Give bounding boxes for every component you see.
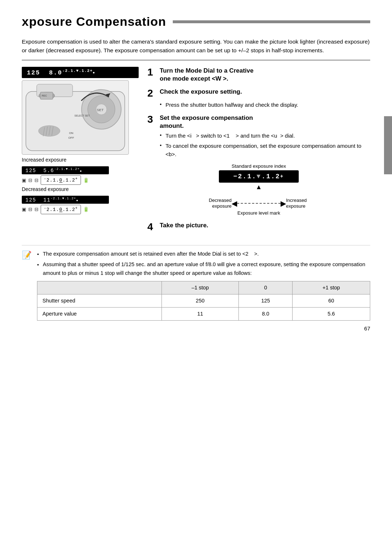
panel-icon-3: ⊟	[34, 178, 38, 183]
step-2-number: 2	[147, 88, 158, 99]
table-row-aperture: Aperture value 11 8.0 5.6	[37, 308, 370, 321]
increased-exposure-label: Increased exposure	[22, 157, 139, 163]
panel-icon-2: ⊟	[28, 178, 32, 183]
step-2: 2 Check the exposure setting. Press the …	[147, 88, 370, 109]
exposure-table: –1 stop 0 +1 stop Shutter speed 250 125 …	[37, 281, 370, 321]
step-3-item-1: Turn the <i > switch to <1 > and turn th…	[160, 131, 370, 140]
svg-text:OFF: OFF	[68, 136, 74, 139]
arrow-line: ◀ ▶	[232, 199, 286, 208]
step-4-header: 4 Take the picture.	[147, 221, 370, 233]
step-3-number: 3	[147, 114, 158, 125]
step-1: 1 Turn the Mode Dial to a Creativeone mo…	[147, 67, 370, 83]
table-cell-aperture-label: Aperture value	[37, 308, 162, 321]
table-cell-aperture-plus1: 5.6	[293, 308, 370, 321]
panel-increased: ▣ ⊟ ⊟ -2.1.0.1.2+ 🔋	[22, 175, 139, 184]
step-4: 4 Take the picture.	[147, 221, 370, 233]
svg-text:SELECT SET: SELECT SET	[74, 114, 90, 117]
battery-icon-2: 🔋	[83, 207, 89, 212]
standard-exposure-index-label: Standard exposure index	[147, 163, 370, 169]
table-cell-shutter-0: 125	[239, 294, 293, 307]
right-column: 1 Turn the Mode Dial to a Creativeone mo…	[145, 67, 370, 238]
table-header-blank	[37, 281, 162, 294]
decreased-label: Decreasedexposure	[203, 198, 232, 209]
left-column: 125 8.0-2.1.▼.1.2+● MODE REC	[22, 67, 145, 238]
intro-paragraph: Exposure compensation is used to alter t…	[22, 37, 370, 60]
battery-icon: 🔋	[83, 178, 89, 183]
scale-marker: ▲	[219, 183, 299, 191]
table-cell-shutter-plus1: 60	[293, 294, 370, 307]
table-cell-shutter-minus1: 250	[162, 294, 239, 307]
page-number: 67	[364, 325, 370, 332]
lcd-increased: 125 5.6-2.1.▼.1.2+●	[22, 166, 109, 175]
table-header-minus1: –1 stop	[162, 281, 239, 294]
exposure-level-mark-label: Exposure level mark	[147, 210, 370, 216]
step-3-title: Set the exposure compensationamount.	[160, 114, 253, 130]
step-2-header: 2 Check the exposure setting.	[147, 88, 370, 99]
table-cell-aperture-0: 8.0	[239, 308, 293, 321]
sidebar-accent	[384, 116, 392, 174]
note-item-1: The exposure compensation amount set is …	[37, 250, 370, 258]
step-3: 3 Set the exposure compensationamount. T…	[147, 114, 370, 158]
main-content: 125 8.0-2.1.▼.1.2+● MODE REC	[22, 67, 370, 238]
page: xposure Compensation Exposure compensati…	[0, 0, 392, 342]
increased-label: Increasedexposure	[286, 198, 315, 209]
panel-box-increased: -2.1.0.1.2+	[41, 175, 81, 184]
svg-text:SET: SET	[97, 108, 103, 112]
title-bar: xposure Compensation	[22, 15, 370, 29]
decreased-exposure-row: 125 11-2.1.▼.1.2+● ▣ ⊟ ⊟ -2.1.0.1.2+ 🔋	[22, 196, 139, 214]
table-cell-shutter-label: Shutter speed	[37, 294, 162, 307]
step-2-content: Press the shutter button halfway and che…	[160, 101, 370, 109]
svg-text:REC: REC	[42, 94, 47, 97]
step-1-title: Turn the Mode Dial to a Creativeone mode…	[160, 67, 254, 83]
step-3-item-2: To cancel the exposure compensation, set…	[160, 142, 370, 159]
title-rule	[173, 20, 370, 23]
arrow-left-icon: ◀	[232, 199, 237, 208]
exposure-scale: −2.1.▼.1.2+	[219, 170, 299, 183]
panel-icon-6: ⊟	[34, 207, 38, 212]
table-header-0: 0	[239, 281, 293, 294]
dotted-line	[237, 203, 281, 204]
table-cell-aperture-minus1: 11	[162, 308, 239, 321]
arrow-row: Decreasedexposure ◀ ▶ Increasedexposure	[147, 198, 370, 209]
step-2-item-1: Press the shutter button halfway and che…	[160, 101, 370, 109]
note-icon: 📝	[22, 251, 33, 260]
step-4-title: Take the picture.	[160, 221, 208, 229]
lcd-top: 125 8.0-2.1.▼.1.2+●	[22, 67, 139, 78]
note-item-2: Assuming that a shutter speed of 1/125 s…	[37, 260, 370, 277]
step-1-number: 1	[147, 67, 158, 78]
svg-text:ON: ON	[69, 131, 73, 134]
arrow-right-icon: ▶	[281, 199, 286, 208]
panel-icon-5: ⊟	[28, 207, 32, 212]
table-header-plus1: +1 stop	[293, 281, 370, 294]
notes-content: The exposure compensation amount set is …	[37, 250, 370, 321]
camera-illustration: MODE REC SET SELECT SET ON OF	[22, 80, 129, 155]
panel-box-decreased: -2.1.0.1.2+	[41, 205, 81, 214]
svg-point-14	[38, 125, 60, 136]
page-title: xposure Compensation	[22, 15, 166, 29]
increased-exposure-row: 125 5.6-2.1.▼.1.2+● ▣ ⊟ ⊟ -2.1.0.1.2+ 🔋	[22, 166, 139, 185]
exposure-diagram: Standard exposure index −2.1.▼.1.2+ ▲ De…	[147, 163, 370, 216]
lcd-decreased: 125 11-2.1.▼.1.2+●	[22, 196, 109, 204]
step-4-number: 4	[147, 221, 158, 233]
panel-icon-1: ▣	[22, 178, 26, 183]
decreased-exposure-label: Decreased exposure	[22, 186, 139, 192]
panel-icon-4: ▣	[22, 207, 26, 212]
step-1-header: 1 Turn the Mode Dial to a Creativeone mo…	[147, 67, 370, 83]
step-3-content: Turn the <i > switch to <1 > and turn th…	[160, 131, 370, 158]
table-row-shutter: Shutter speed 250 125 60	[37, 294, 370, 307]
notes-section: 📝 The exposure compensation amount set i…	[22, 245, 370, 321]
step-2-title: Check the exposure setting.	[160, 88, 242, 96]
panel-decreased: ▣ ⊟ ⊟ -2.1.0.1.2+ 🔋	[22, 205, 139, 214]
step-3-header: 3 Set the exposure compensationamount.	[147, 114, 370, 130]
